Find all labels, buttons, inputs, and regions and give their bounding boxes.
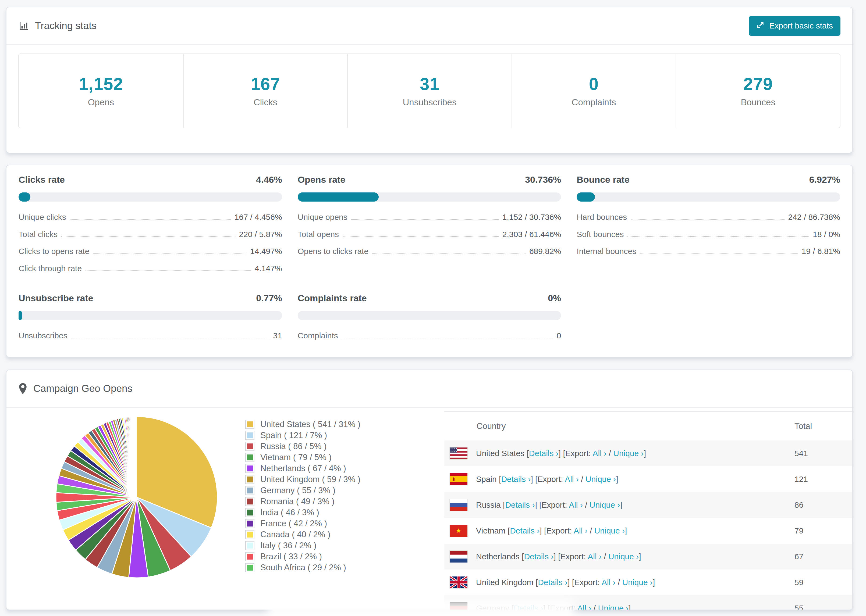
country-name: Spain	[476, 475, 499, 484]
details-link-united-states[interactable]: Details ›	[529, 449, 559, 458]
rate-rows: Complaints0	[298, 327, 561, 344]
rate-rows: Hard bounces242 / 86.738%Soft bounces18 …	[576, 209, 840, 260]
legend-swatch	[245, 475, 254, 484]
dotted-leader	[631, 219, 784, 220]
details-link-united-kingdom[interactable]: Details ›	[538, 578, 567, 587]
rate-row-label: Opens to clicks rate	[298, 246, 368, 256]
slash: /	[616, 578, 622, 587]
legend-swatch	[245, 530, 254, 539]
rate-rows: Unsubscribes31	[19, 327, 282, 344]
summary-stats-row: 1,152Opens167Clicks31Unsubscribes0Compla…	[18, 53, 841, 128]
rate-progress-fill	[19, 311, 22, 320]
country-links: United Kingdom [Details ›] [Export: All …	[476, 578, 655, 587]
export-icon	[756, 21, 765, 31]
rate-progress-fill	[19, 192, 30, 201]
stat-label: Unsubscribes	[403, 97, 457, 107]
dotted-leader	[70, 219, 231, 220]
rates-grid: Clicks rate4.46%Unique clicks167 / 4.456…	[6, 165, 852, 355]
bracket: ]	[628, 603, 631, 610]
rate-progress-fill	[298, 192, 379, 201]
details-link-russia[interactable]: Details ›	[505, 500, 535, 509]
legend-label: Germany ( 55 / 3% )	[260, 486, 335, 495]
hard-bounces-row: Hard bounces242 / 86.738%	[576, 209, 840, 226]
rate-row-label: Clicks to opens rate	[19, 246, 89, 256]
rate-rows: Unique clicks167 / 4.456%Total clicks220…	[19, 209, 282, 277]
export-all-link-united-kingdom[interactable]: All ›	[601, 578, 616, 587]
rate-row-value: 31	[273, 331, 282, 341]
rate-value: 0.77%	[256, 293, 282, 303]
legend-label: United States ( 541 / 31% )	[260, 420, 361, 429]
soft-bounces-row: Soft bounces18 / 0%	[576, 226, 840, 243]
rate-value: 30.736%	[525, 174, 561, 185]
legend-label: Canada ( 40 / 2% )	[260, 530, 330, 539]
bracket: [	[536, 578, 538, 587]
stat-label: Opens	[88, 97, 114, 107]
export-unique-link-spain[interactable]: Unique ›	[586, 475, 616, 484]
export-all-link-germany[interactable]: All ›	[578, 603, 591, 610]
slash: /	[587, 526, 594, 535]
country-name: Vietnam	[476, 526, 508, 535]
dotted-leader	[343, 236, 499, 237]
rate-progress-bar	[19, 192, 282, 201]
rate-row-label: Unique clicks	[19, 212, 66, 222]
rate-header: Complaints rate0%	[298, 293, 561, 303]
details-link-vietnam[interactable]: Details ›	[510, 526, 540, 535]
legend-label: Russia ( 86 / 5% )	[260, 442, 326, 451]
rate-row-value: 242 / 86.738%	[788, 212, 841, 222]
total-clicks-row: Total clicks220 / 5.87%	[19, 226, 282, 243]
legend-label: Romania ( 49 / 3% )	[260, 497, 335, 506]
export-all-link-russia[interactable]: All ›	[569, 500, 583, 509]
total-cell: 121	[794, 475, 852, 484]
bracket: ]	[620, 500, 622, 509]
export-unique-link-united-states[interactable]: Unique ›	[613, 449, 644, 458]
export-all-link-vietnam[interactable]: All ›	[574, 526, 587, 535]
dotted-leader	[85, 270, 251, 271]
export-unique-link-netherlands[interactable]: Unique ›	[608, 552, 639, 561]
es-flag-icon	[450, 473, 468, 485]
rate-row-label: Unique opens	[298, 212, 348, 222]
legend-label: South Africa ( 29 / 2% )	[260, 563, 346, 572]
country-links: Vietnam [Details ›] [Export: All › / Uni…	[476, 526, 627, 535]
bracket: [	[508, 526, 510, 535]
geo-table: Country Total United States [Details ›] …	[444, 411, 852, 610]
legend-swatch	[245, 442, 254, 451]
export-unique-link-russia[interactable]: Unique ›	[589, 500, 620, 509]
legend-swatch	[245, 431, 254, 440]
total-cell: 55	[794, 603, 852, 610]
country-links: United States [Details ›] [Export: All ›…	[476, 449, 646, 458]
details-link-netherlands[interactable]: Details ›	[524, 552, 553, 561]
bracket: [	[527, 449, 529, 458]
export-all-link-netherlands[interactable]: All ›	[587, 552, 601, 561]
geo-legend: United States ( 541 / 31% )Spain ( 121 /…	[245, 419, 361, 573]
bracket: ] [Export:	[559, 449, 593, 458]
stat-unsubscribes: 31Unsubscribes	[347, 54, 512, 128]
geo-title: Campaign Geo Opens	[33, 383, 132, 394]
export-unique-link-vietnam[interactable]: Unique ›	[594, 526, 625, 535]
stat-label: Complaints	[572, 97, 616, 107]
country-cell: Spain [Details ›] [Export: All › / Uniqu…	[450, 473, 794, 485]
export-all-link-united-states[interactable]: All ›	[593, 449, 607, 458]
opens-to-clicks-rate-row: Opens to clicks rate689.82%	[298, 243, 561, 260]
export-unique-link-united-kingdom[interactable]: Unique ›	[622, 578, 653, 587]
bracket: ] [Export:	[567, 578, 601, 587]
rates-card: Clicks rate4.46%Unique clicks167 / 4.456…	[6, 165, 853, 357]
page-title: Tracking stats	[35, 20, 96, 31]
rate-value: 4.46%	[256, 174, 282, 185]
details-link-spain[interactable]: Details ›	[501, 475, 531, 484]
legend-item-united-states: United States ( 541 / 31% )	[245, 419, 361, 430]
bracket: ] [Export:	[553, 552, 587, 561]
country-cell: Vietnam [Details ›] [Export: All › / Uni…	[450, 525, 794, 537]
country-name: Russia	[476, 500, 503, 509]
export-unique-link-germany[interactable]: Unique ›	[598, 603, 628, 610]
bracket: ] [Export:	[531, 475, 565, 484]
tracking-stats-card: Tracking stats Export basic stats 1,152O…	[6, 7, 853, 153]
export-all-link-spain[interactable]: All ›	[565, 475, 579, 484]
rate-row-value: 0	[557, 331, 561, 341]
total-cell: 67	[794, 552, 852, 561]
vn-flag-icon	[450, 525, 468, 537]
unique-clicks-row: Unique clicks167 / 4.456%	[19, 209, 282, 226]
export-basic-stats-button[interactable]: Export basic stats	[749, 16, 841, 36]
complaints-row: Complaints0	[298, 327, 561, 344]
country-name: United States	[476, 449, 527, 458]
country-cell: United Kingdom [Details ›] [Export: All …	[450, 577, 794, 588]
